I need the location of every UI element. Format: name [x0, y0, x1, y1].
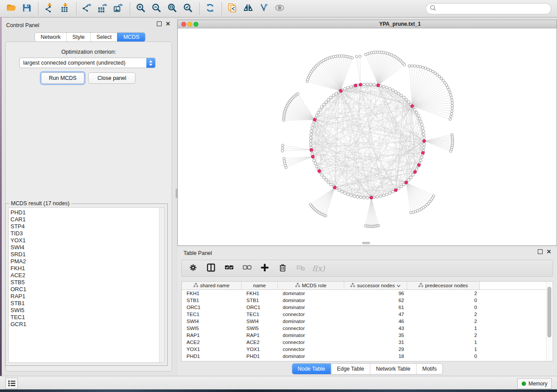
cell-successor-nodes[interactable]: 18 — [344, 354, 407, 359]
cell-MCDS-role[interactable]: dominator — [278, 354, 344, 359]
save-session-button[interactable] — [19, 2, 35, 16]
window-zoom-traffic-light[interactable] — [194, 22, 198, 27]
cell-predecessor-nodes[interactable]: 2 — [407, 312, 480, 317]
select-all-rows-button[interactable] — [224, 263, 234, 274]
mcds-result-item[interactable]: STP4 — [10, 223, 164, 230]
cell-shared-name[interactable]: ORC1 — [182, 305, 242, 310]
table-tab-node-table[interactable]: Node Table — [292, 364, 331, 374]
column-settings-button[interactable] — [188, 263, 198, 274]
mcds-result-item[interactable]: PMA2 — [10, 258, 164, 265]
mcds-result-item[interactable]: STB5 — [10, 279, 164, 286]
cell-shared-name[interactable]: PHD1 — [182, 354, 242, 359]
mcds-result-item[interactable]: SWI4 — [10, 244, 164, 251]
mcds-result-item[interactable]: ACE2 — [10, 272, 164, 279]
toggle-panel-layout-button[interactable] — [206, 263, 216, 274]
cell-MCDS-role[interactable]: connector — [278, 326, 344, 331]
zoom-out-button[interactable] — [149, 2, 165, 16]
zoom-fit-button[interactable] — [165, 2, 180, 16]
close-panel-icon[interactable]: ✕ — [166, 22, 170, 26]
float-table-panel-icon[interactable] — [538, 249, 543, 254]
export-image-button[interactable] — [111, 2, 127, 16]
memory-button[interactable]: Memory — [517, 378, 552, 389]
table-tab-edge-table[interactable]: Edge Table — [331, 364, 370, 374]
tab-network[interactable]: Network — [35, 33, 66, 41]
mcds-result-item[interactable]: PHD1 — [10, 209, 164, 216]
cell-name[interactable]: STB1 — [242, 298, 278, 303]
zoom-in-button[interactable] — [133, 2, 149, 16]
import-table-button[interactable] — [57, 2, 73, 16]
cell-shared-name[interactable]: RAP1 — [182, 333, 242, 338]
search-box[interactable] — [426, 3, 551, 14]
cell-MCDS-role[interactable]: dominator — [278, 319, 344, 324]
cell-predecessor-nodes[interactable]: 0 — [407, 354, 480, 359]
cell-MCDS-role[interactable]: connector — [278, 312, 344, 317]
cell-name[interactable]: ORC1 — [242, 305, 278, 310]
table-row[interactable]: PHD1PHD1dominator180 — [182, 353, 553, 360]
task-history-button[interactable] — [5, 378, 18, 389]
cell-name[interactable]: SWI4 — [242, 319, 278, 324]
cell-shared-name[interactable]: SWI4 — [182, 319, 242, 324]
mcds-result-item[interactable]: STB1 — [10, 300, 164, 307]
cell-predecessor-nodes[interactable]: 1 — [407, 347, 480, 352]
cell-successor-nodes[interactable]: 46 — [344, 319, 407, 324]
open-file-button[interactable] — [3, 2, 19, 16]
deselect-all-rows-button[interactable] — [242, 263, 252, 274]
table-row[interactable]: SWI4SWI4dominator462 — [182, 318, 553, 325]
column-header-name[interactable]: name — [242, 282, 278, 289]
network-window-titlebar[interactable]: YPA_prune.txt_1 — [178, 20, 557, 28]
cell-shared-name[interactable]: TEC1 — [182, 312, 242, 317]
cell-predecessor-nodes[interactable]: 2 — [407, 291, 480, 296]
table-scrollbar[interactable] — [546, 282, 552, 361]
table-row[interactable]: STB1STB1dominator620 — [182, 297, 553, 304]
close-panel-button[interactable]: Close panel — [88, 72, 135, 84]
cell-shared-name[interactable]: SWI5 — [182, 326, 242, 331]
cell-shared-name[interactable]: ACE2 — [182, 340, 242, 345]
cell-MCDS-role[interactable]: dominator — [278, 305, 344, 310]
table-row[interactable]: RAP1RAP1dominator352 — [182, 332, 553, 339]
delete-entry-button[interactable] — [277, 263, 288, 274]
float-panel-icon[interactable] — [157, 21, 162, 26]
network-canvas[interactable] — [178, 28, 557, 245]
mcds-result-item[interactable]: FKH1 — [10, 265, 164, 272]
cell-successor-nodes[interactable]: 62 — [344, 298, 407, 303]
column-header-MCDS-role[interactable]: MCDS role — [278, 282, 344, 289]
cell-name[interactable]: PHD1 — [242, 354, 278, 359]
cell-predecessor-nodes[interactable]: 1 — [407, 326, 480, 331]
table-row[interactable]: ACE2ACE2connector311 — [182, 339, 553, 346]
cell-name[interactable]: TEC1 — [242, 312, 278, 317]
mcds-result-item[interactable]: ORC1 — [10, 286, 164, 293]
cell-successor-nodes[interactable]: 43 — [344, 326, 407, 331]
table-row[interactable]: SWI5SWI5connector431 — [182, 325, 553, 332]
close-table-panel-icon[interactable]: ✕ — [547, 250, 551, 254]
column-header-predecessor-nodes[interactable]: predecessor nodes — [407, 282, 480, 289]
tab-style[interactable]: Style — [66, 33, 90, 41]
tab-select[interactable]: Select — [90, 33, 118, 41]
table-row[interactable]: FKH1FKH1dominator962 — [182, 290, 553, 297]
cell-MCDS-role[interactable]: connector — [278, 340, 344, 345]
window-close-traffic-light[interactable] — [181, 22, 186, 27]
cell-successor-nodes[interactable]: 47 — [344, 312, 407, 317]
cell-successor-nodes[interactable]: 29 — [344, 347, 407, 352]
cell-predecessor-nodes[interactable]: 2 — [407, 319, 480, 324]
table-tab-motifs[interactable]: Motifs — [416, 364, 442, 374]
cell-name[interactable]: SWI5 — [242, 326, 278, 331]
mcds-result-item[interactable]: SRD1 — [10, 251, 164, 258]
cell-name[interactable]: YOX1 — [242, 347, 278, 352]
zoom-selected-button[interactable] — [180, 2, 196, 16]
cell-name[interactable]: ACE2 — [242, 340, 278, 345]
cell-predecessor-nodes[interactable]: 2 — [407, 333, 480, 338]
import-network-button[interactable] — [42, 2, 57, 16]
mcds-result-list[interactable]: PHD1CAR1STP4TID3YOX1SWI4SRD1PMA2FKH1ACE2… — [8, 207, 165, 363]
optimization-criterion-select[interactable]: largest connected component (undirected) — [19, 58, 156, 68]
table-row[interactable]: TEC1TEC1connector472 — [182, 311, 553, 318]
search-input[interactable] — [436, 5, 551, 12]
cell-successor-nodes[interactable]: 31 — [344, 340, 407, 345]
cell-MCDS-role[interactable]: connector — [278, 347, 344, 352]
edit-annotations-button[interactable] — [256, 2, 272, 16]
cell-MCDS-role[interactable]: dominator — [278, 291, 344, 296]
cell-shared-name[interactable]: FKH1 — [182, 291, 242, 296]
cell-successor-nodes[interactable]: 35 — [344, 333, 407, 338]
run-mcds-button[interactable]: Run MCDS — [41, 72, 84, 84]
cell-name[interactable]: RAP1 — [242, 333, 278, 338]
cell-name[interactable]: FKH1 — [242, 291, 278, 296]
